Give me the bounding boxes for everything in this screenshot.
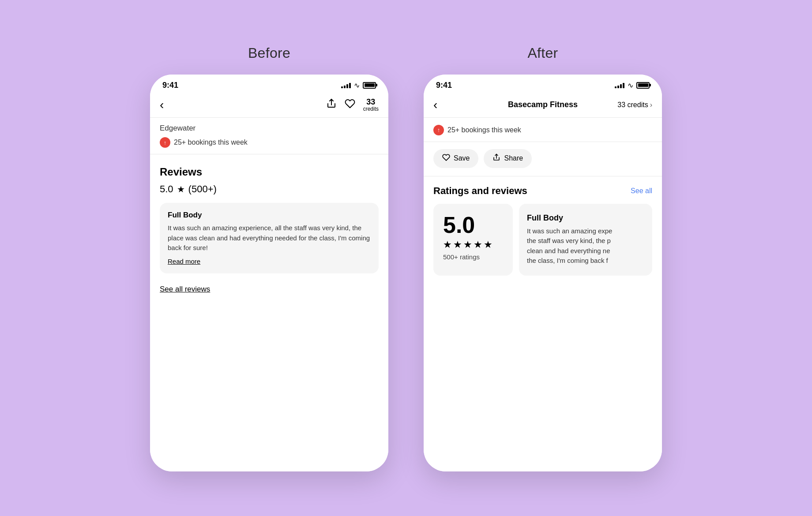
after-label: After bbox=[527, 45, 558, 61]
after-wifi-icon: ∿ bbox=[628, 81, 633, 90]
save-heart-icon bbox=[442, 153, 450, 164]
before-location-row: Edgewater ↑ 25+ bookings this week bbox=[150, 118, 388, 152]
see-all-reviews-link[interactable]: See all reviews bbox=[160, 285, 210, 294]
after-battery-fill bbox=[638, 83, 648, 87]
star-5: ★ bbox=[484, 239, 492, 251]
before-reviews-section: Reviews 5.0 ★ (500+) Full Body It was su… bbox=[150, 156, 388, 471]
battery-fill bbox=[365, 83, 375, 87]
after-nav-bar: ‹ Basecamp Fitness 33 credits › bbox=[424, 93, 662, 118]
star-1: ★ bbox=[443, 239, 452, 251]
before-bookings-text: 25+ bookings this week bbox=[174, 138, 248, 146]
see-all-link[interactable]: See all bbox=[631, 187, 652, 195]
after-status-icons: ∿ bbox=[615, 81, 650, 90]
after-battery-icon bbox=[636, 82, 650, 89]
after-nav-right[interactable]: 33 credits › bbox=[617, 101, 652, 109]
rating-count: (500+) bbox=[188, 183, 217, 195]
after-nav-title: Basecamp Fitness bbox=[508, 100, 578, 109]
rating-card-review: Full Body It was such an amazing expe th… bbox=[519, 204, 652, 276]
after-content: ↑ 25+ bookings this week Save bbox=[424, 118, 662, 471]
credits-badge: 33 credits bbox=[363, 98, 379, 112]
before-status-icons: ∿ bbox=[341, 81, 376, 90]
star-4: ★ bbox=[474, 239, 482, 251]
after-actions-row: Save Share bbox=[424, 142, 662, 176]
share-icon[interactable] bbox=[326, 98, 337, 112]
after-bookings-row: ↑ 25+ bookings this week bbox=[424, 118, 662, 142]
read-more-link[interactable]: Read more bbox=[168, 258, 200, 265]
wifi-icon: ∿ bbox=[354, 81, 360, 90]
before-section: Before 9:41 ∿ ‹ bbox=[150, 45, 388, 471]
after-bookings-text: 25+ bookings this week bbox=[447, 126, 521, 134]
review-card-text: It was such an amazing expe the staff wa… bbox=[527, 226, 644, 266]
save-label: Save bbox=[454, 154, 470, 162]
review-text: It was such an amazing experience, all t… bbox=[168, 223, 371, 253]
reviews-title: Reviews bbox=[160, 166, 379, 178]
review-card: Full Body It was such an amazing experie… bbox=[160, 203, 379, 273]
favorite-icon[interactable] bbox=[345, 98, 355, 112]
fire-icon: ↑ bbox=[160, 137, 170, 148]
share-upload-icon bbox=[492, 153, 500, 164]
stars-row: ★ ★ ★ ★ ★ bbox=[443, 239, 503, 251]
before-time: 9:41 bbox=[162, 81, 178, 90]
review-card-category: Full Body bbox=[527, 213, 644, 223]
star-3: ★ bbox=[463, 239, 472, 251]
rating-card-big: 5.0 ★ ★ ★ ★ ★ 500+ ratings bbox=[433, 204, 513, 276]
before-nav-bar: ‹ 33 bbox=[150, 93, 388, 118]
share-label: Share bbox=[504, 154, 523, 162]
before-nav-actions: 33 credits bbox=[326, 98, 379, 112]
after-bookings-inner: ↑ 25+ bookings this week bbox=[433, 125, 652, 135]
after-credits: 33 credits bbox=[617, 101, 648, 109]
big-rating-number: 5.0 bbox=[443, 213, 503, 236]
rating-summary: 5.0 ★ (500+) bbox=[160, 183, 379, 195]
after-phone-frame: 9:41 ∿ ‹ Basecamp Fitness 33 credits bbox=[424, 75, 662, 471]
location-name: Edgewater bbox=[160, 124, 379, 133]
back-button[interactable]: ‹ bbox=[160, 98, 164, 112]
credits-label: credits bbox=[363, 106, 379, 112]
after-time: 9:41 bbox=[436, 81, 452, 90]
after-back-button[interactable]: ‹ bbox=[433, 98, 437, 112]
before-phone-frame: 9:41 ∿ ‹ bbox=[150, 75, 388, 471]
before-label: Before bbox=[248, 45, 290, 61]
before-bookings-row: ↑ 25+ bookings this week bbox=[160, 137, 379, 148]
before-status-bar: 9:41 ∿ bbox=[150, 75, 388, 93]
after-status-bar: 9:41 ∿ bbox=[424, 75, 662, 93]
after-signal-icon bbox=[615, 82, 624, 88]
after-fire-icon: ↑ bbox=[433, 125, 444, 135]
rating-number: 5.0 bbox=[160, 183, 173, 195]
after-section: After 9:41 ∿ ‹ Basecamp Fitness bbox=[424, 45, 662, 471]
save-button[interactable]: Save bbox=[433, 149, 478, 168]
after-chevron-icon: › bbox=[650, 101, 652, 109]
ratings-cards-row: 5.0 ★ ★ ★ ★ ★ 500+ ratings Full Body It … bbox=[424, 204, 662, 276]
star-icon: ★ bbox=[177, 184, 185, 194]
credits-number: 33 bbox=[366, 98, 375, 107]
ratings-header: Ratings and reviews See all bbox=[424, 176, 662, 204]
battery-icon bbox=[363, 82, 376, 89]
ratings-count-text: 500+ ratings bbox=[443, 253, 503, 261]
divider-1 bbox=[150, 154, 388, 154]
share-button[interactable]: Share bbox=[484, 149, 532, 168]
review-category: Full Body bbox=[168, 211, 371, 220]
signal-icon bbox=[341, 82, 351, 88]
ratings-title: Ratings and reviews bbox=[433, 185, 527, 197]
star-2: ★ bbox=[453, 239, 462, 251]
